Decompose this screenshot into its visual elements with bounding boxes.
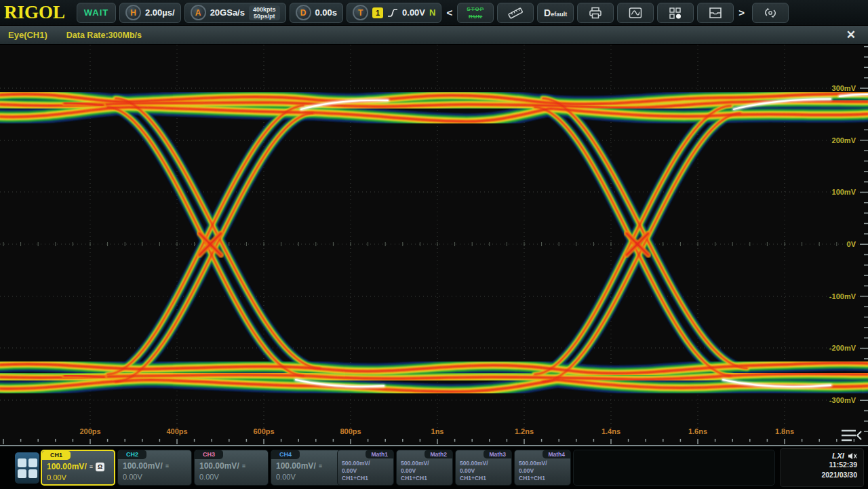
math-panel-3[interactable]: Math3 500.00mV/ 0.00V CH1+CH1: [455, 450, 512, 486]
delay-knob-icon: D: [296, 5, 311, 20]
math-offset: 0.00V: [338, 467, 393, 475]
channel-panel-ch1[interactable]: CH1 100.00mV/ ≡ Ω 0.00V: [41, 450, 115, 486]
menu-grid-button[interactable]: [15, 452, 39, 484]
trigger-knob-icon: T: [353, 5, 368, 20]
record-grid-button[interactable]: [657, 3, 694, 23]
bw-limit-icon: ≡: [319, 463, 322, 469]
acquisition-status-button[interactable]: WAIT: [77, 3, 116, 23]
math-expression: CH1+CH1: [515, 475, 570, 482]
y-tick-label: -100mV: [829, 292, 856, 300]
math-tab-3: Math3: [484, 450, 511, 458]
y-tick-label: -200mV: [829, 344, 856, 352]
system-time: 11:52:39: [781, 460, 857, 470]
print-button[interactable]: [577, 3, 614, 23]
run-stop-button[interactable]: STOP RUN: [457, 3, 494, 23]
math-panel-1[interactable]: Math1 500.00mV/ 0.00V CH1+CH1: [337, 450, 394, 486]
trigger-control[interactable]: T 1 0.00V N: [347, 3, 441, 23]
x-tick-label: 1.6ns: [688, 427, 707, 435]
system-date: 2021/03/30: [781, 470, 857, 480]
rigol-logo: RIGOL: [4, 2, 73, 23]
channel-offset: 0.00V: [42, 473, 114, 482]
channel-scale: 100.00mV/: [47, 462, 87, 471]
math-offset: 0.00V: [515, 467, 570, 475]
system-info-panel[interactable]: LXI 11:52:39 2021/03/30: [780, 448, 864, 487]
screenshot-button[interactable]: [617, 3, 654, 23]
channel-panel-ch2[interactable]: CH2 100.00mV/ ≡ 0.00V: [117, 450, 192, 486]
y-tick-label: 200mV: [832, 136, 856, 144]
collapse-toolbar-icon[interactable]: <: [445, 7, 454, 18]
math-expression: CH1+CH1: [397, 475, 452, 482]
channel-panel-ch3[interactable]: CH3 100.00mV/ ≡ 0.00V: [194, 450, 269, 486]
trigger-level: 0.00V: [402, 7, 425, 18]
y-tick-label: 100mV: [832, 188, 856, 196]
eye-panel-title: Eye(CH1): [8, 30, 47, 40]
save-inbox-icon: [707, 6, 724, 20]
bw-limit-icon: ≡: [90, 464, 93, 469]
horizontal-control[interactable]: H 2.00µs/: [119, 3, 181, 23]
math-tab-1: Math1: [366, 450, 393, 458]
default-button[interactable]: Default: [537, 3, 574, 23]
channel-offset: 0.00V: [271, 473, 344, 481]
math-scale: 500.00mV/: [397, 460, 452, 467]
math-expression: CH1+CH1: [456, 475, 511, 482]
x-tick-label: 1.4ns: [601, 427, 620, 435]
trigger-mode: N: [429, 7, 435, 18]
x-tick-label: 1ns: [431, 427, 444, 435]
eye-diagram-waveform: [0, 45, 868, 446]
save-button[interactable]: [697, 3, 734, 23]
channel-panel-ch4[interactable]: CH4 100.00mV/ ≡ 0.00V: [271, 450, 345, 486]
eye-diagram-plot[interactable]: 200ps400ps600ps800ps1ns1.2ns1.4ns1.6ns1.…: [0, 45, 868, 446]
channel-scale: 100.00mV/: [276, 461, 316, 471]
channel-scale: 100.00mV/: [199, 461, 239, 471]
horizontal-knob-icon: H: [125, 5, 141, 20]
channel-offset: 0.00V: [195, 473, 268, 481]
channel-tab-ch3: CH3: [195, 450, 223, 459]
refresh-button[interactable]: [752, 3, 789, 23]
x-tick-label: 600ps: [253, 427, 274, 435]
screenshot-icon: [628, 6, 643, 20]
expand-toolbar-icon[interactable]: >: [737, 7, 746, 18]
math-expression: CH1+CH1: [338, 475, 393, 482]
auto-refresh-icon: [762, 6, 778, 20]
bw-limit-icon: ≡: [242, 463, 245, 469]
eye-panel-header: Eye(CH1) Data Rate:300Mb/s ✕: [0, 26, 868, 45]
acquire-knob-icon: A: [191, 5, 206, 20]
trigger-source-badge: 1: [372, 7, 383, 18]
measure-ruler-icon: [507, 6, 524, 20]
math-tab-4: Math4: [542, 450, 570, 458]
close-icon[interactable]: ✕: [846, 28, 860, 42]
y-tick-label: 0V: [847, 240, 856, 248]
math-panel-4[interactable]: Math4 500.00mV/ 0.00V CH1+CH1: [514, 450, 571, 486]
acquire-control[interactable]: A 20GSa/s 400kpts 50ps/pt: [184, 3, 286, 23]
eye-data-rate: Data Rate:300Mb/s: [66, 31, 142, 40]
speaker-muted-icon: [848, 452, 857, 460]
rising-edge-icon: [387, 7, 398, 18]
lxi-logo: LXI: [832, 452, 844, 460]
memory-depth: 400kpts 50ps/pt: [249, 5, 280, 20]
math-offset: 0.00V: [456, 467, 511, 475]
printer-icon: [588, 6, 603, 20]
measure-button[interactable]: [497, 3, 534, 23]
top-toolbar: RIGOL WAIT H 2.00µs/ A 20GSa/s 400kpts 5…: [0, 0, 868, 26]
y-tick-label: -300mV: [829, 396, 856, 404]
x-tick-label: 1.2ns: [515, 427, 534, 435]
x-tick-label: 1.8ns: [775, 427, 794, 435]
acquisition-status: WAIT: [84, 7, 109, 18]
x-tick-label: 200ps: [79, 427, 100, 435]
math-scale: 500.00mV/: [338, 460, 393, 467]
delay-control[interactable]: D 0.00s: [290, 3, 344, 23]
message-area: [573, 450, 775, 486]
channel-tab-ch2: CH2: [118, 450, 146, 459]
math-tab-2: Math2: [425, 450, 452, 458]
plot-menu-icon[interactable]: [841, 429, 863, 442]
math-scale: 500.00mV/: [456, 460, 511, 467]
channel-tab-ch4: CH4: [271, 450, 300, 459]
x-tick-label: 800ps: [340, 427, 361, 435]
bw-limit-icon: ≡: [165, 463, 169, 469]
channel-scale: 100.00mV/: [123, 461, 163, 471]
math-offset: 0.00V: [397, 467, 452, 475]
impedance-omega-icon: Ω: [96, 463, 104, 471]
channel-offset: 0.00V: [118, 473, 191, 481]
x-tick-label: 400ps: [166, 427, 187, 435]
math-panel-2[interactable]: Math2 500.00mV/ 0.00V CH1+CH1: [396, 450, 453, 486]
